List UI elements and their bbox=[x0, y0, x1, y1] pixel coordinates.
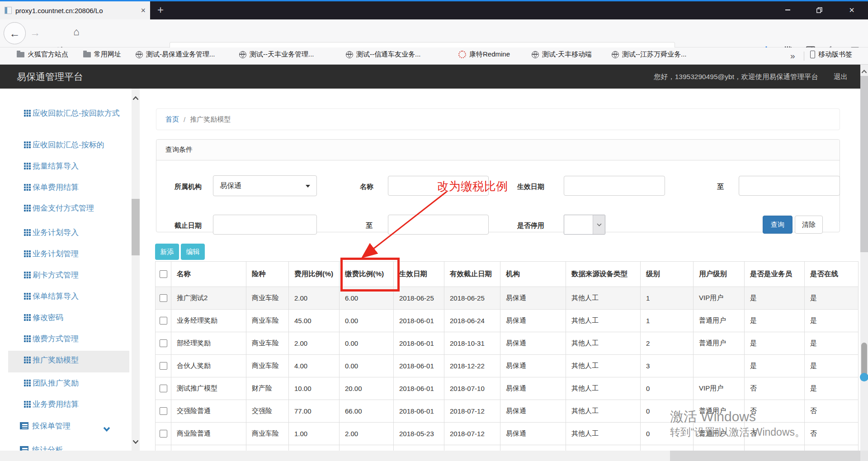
sidebar-scroll-up-icon[interactable] bbox=[132, 94, 139, 102]
sidebar-item[interactable]: 应收回款汇总-按标的 bbox=[0, 139, 132, 151]
sidebar-scroll-down-icon[interactable] bbox=[132, 437, 139, 446]
sidebar-item[interactable]: 投保单管理 bbox=[0, 420, 132, 432]
sidebar-item[interactable]: 推广奖励模型 bbox=[0, 354, 132, 366]
browser-tab[interactable]: proxy1.countnet.cn:20806/Lo × bbox=[0, 1, 150, 19]
sidebar-item[interactable]: 业务计划管理 bbox=[0, 248, 132, 260]
edit-button[interactable]: 编辑 bbox=[181, 244, 205, 260]
window-minimize-button[interactable] bbox=[773, 1, 802, 19]
sidebar-item-label: 业务费用结算 bbox=[33, 400, 79, 409]
vertical-scrollbar-thumb[interactable] bbox=[860, 76, 868, 252]
sidebar-scrollbar-track[interactable] bbox=[132, 89, 140, 451]
table-row-partial[interactable] bbox=[156, 445, 859, 451]
row-checkbox[interactable] bbox=[160, 362, 167, 370]
bookmark-item[interactable]: 康特Redmine bbox=[458, 50, 510, 59]
add-button[interactable]: 新添 bbox=[155, 244, 179, 260]
sidebar-item[interactable]: 统计分析 bbox=[0, 444, 132, 451]
new-tab-button[interactable]: + bbox=[157, 4, 164, 16]
table-cell: 2018-10-31 bbox=[444, 332, 500, 355]
bookmarks-overflow-chevron[interactable]: » bbox=[790, 51, 795, 61]
bookmark-item[interactable]: 火狐官方站点 bbox=[17, 50, 68, 59]
search-button[interactable]: 查询 bbox=[763, 216, 793, 234]
table-cell bbox=[566, 445, 641, 451]
sidebar-item[interactable]: 刷卡方式管理 bbox=[0, 269, 132, 281]
table-row[interactable]: 交强险普通交强险77.0066.002018-06-012018-07-12易保… bbox=[156, 400, 859, 423]
table-row[interactable]: 部经理奖励商业车险2.000.002018-06-012018-10-31易保通… bbox=[156, 332, 859, 355]
table-row[interactable]: 合伙人奖励商业车险4.000.002018-06-012018-12-22易保通… bbox=[156, 355, 859, 377]
breadcrumb-current: 推广奖励模型 bbox=[190, 115, 231, 124]
horizontal-scrollbar-thumb[interactable] bbox=[0, 451, 670, 461]
bookmark-item[interactable]: 常用网址 bbox=[83, 50, 121, 59]
bookmark-item[interactable]: 测试--天丰业务管理... bbox=[239, 50, 314, 59]
deadline-label: 截止日期 bbox=[175, 221, 202, 230]
bookmark-item[interactable]: 测试-易保通业务管理... bbox=[136, 50, 215, 59]
tab-close-icon[interactable]: × bbox=[141, 6, 146, 14]
row-checkbox[interactable] bbox=[160, 339, 167, 347]
bookmark-label: 移动版书签 bbox=[818, 50, 852, 59]
scroll-up-icon[interactable] bbox=[861, 67, 867, 75]
globe-icon bbox=[612, 51, 619, 58]
select-all-checkbox[interactable] bbox=[160, 270, 167, 278]
table-cell: 其他人工 bbox=[566, 423, 641, 445]
effective-date-label: 生效日期 bbox=[517, 183, 544, 191]
table-row[interactable]: 测试推广模型财产险10.0020.002018-06-012018-07-10易… bbox=[156, 377, 859, 400]
sidebar-item[interactable]: 业务计划导入 bbox=[0, 227, 132, 239]
table-row[interactable]: 商业险普通商业车险1.002.002018-05-232018-07-12易保通… bbox=[156, 423, 859, 445]
disabled-select[interactable] bbox=[564, 215, 605, 235]
home-button[interactable]: ⌂ bbox=[73, 26, 80, 38]
table-cell bbox=[641, 445, 693, 451]
table-cell: 3 bbox=[641, 355, 693, 377]
effective-date-to-input[interactable] bbox=[739, 176, 840, 196]
bookmark-item[interactable]: 测试--江苏万舜业务... bbox=[612, 50, 687, 59]
data-table: 名称险种费用比例(%)缴费比例(%)生效日期有效截止日期机构数据来源设备类型级别… bbox=[155, 261, 859, 451]
phone-icon bbox=[810, 51, 815, 58]
table-row[interactable]: 推广测试2商业车险2.006.002018-06-252018-06-25易保通… bbox=[156, 287, 859, 310]
effective-date-input[interactable] bbox=[564, 176, 665, 196]
sidebar-item-label: 业务计划导入 bbox=[33, 228, 79, 237]
mobile-bookmarks-item[interactable]: 移动版书签 bbox=[810, 50, 852, 59]
window-close-button[interactable]: × bbox=[837, 1, 866, 19]
window-restore-button[interactable] bbox=[805, 1, 834, 19]
deadline-input[interactable] bbox=[213, 215, 317, 235]
table-cell: 1 bbox=[641, 310, 693, 332]
row-checkbox[interactable] bbox=[160, 385, 167, 392]
bookmark-label: 测试-天丰移动端 bbox=[542, 50, 592, 59]
sidebar-item[interactable]: 批量结算导入 bbox=[0, 160, 132, 172]
table-cell: 2018-05-23 bbox=[394, 423, 444, 445]
org-select[interactable]: 易保通 bbox=[213, 175, 317, 196]
clear-button[interactable]: 清除 bbox=[795, 216, 823, 234]
sidebar-item[interactable]: 应收回款汇总-按回款方式 bbox=[0, 108, 127, 119]
table-cell: 易保通 bbox=[500, 310, 566, 332]
grid-icon bbox=[24, 379, 31, 386]
bookmark-item[interactable]: 测试-天丰移动端 bbox=[532, 50, 592, 59]
row-checkbox[interactable] bbox=[160, 430, 167, 437]
forward-button[interactable]: → bbox=[30, 27, 40, 39]
sidebar-item[interactable]: 缴费方式管理 bbox=[0, 333, 132, 345]
bookmark-item[interactable]: 测试--信通车友业务... bbox=[346, 50, 421, 59]
table-cell bbox=[394, 445, 444, 451]
sidebar-scrollbar-thumb[interactable] bbox=[132, 199, 140, 255]
back-button[interactable]: ← bbox=[4, 22, 26, 44]
sidebar-item[interactable]: 修改密码 bbox=[0, 312, 132, 324]
table-cell: 2018-06-01 bbox=[394, 377, 444, 400]
data-table-wrapper: 名称险种费用比例(%)缴费比例(%)生效日期有效截止日期机构数据来源设备类型级别… bbox=[155, 261, 859, 451]
sidebar-item-label: 业务计划管理 bbox=[33, 249, 79, 258]
row-checkbox[interactable] bbox=[160, 317, 167, 325]
vertical-scrollbar-track[interactable] bbox=[860, 65, 868, 451]
table-row[interactable]: 业务经理奖励商业车险45.000.002018-06-012018-06-24易… bbox=[156, 310, 859, 332]
column-header: 名称 bbox=[171, 262, 246, 287]
sidebar-item[interactable]: 保单结算导入 bbox=[0, 291, 132, 302]
breadcrumb-home-link[interactable]: 首页 bbox=[165, 115, 179, 124]
sidebar-item[interactable]: 保单费用结算 bbox=[0, 182, 132, 193]
chevron-down-icon bbox=[306, 185, 310, 188]
sidebar-item[interactable]: 业务费用结算 bbox=[0, 399, 132, 410]
row-checkbox[interactable] bbox=[160, 407, 167, 415]
grid-icon bbox=[24, 162, 31, 169]
sidebar-item-label: 刷卡方式管理 bbox=[33, 271, 79, 279]
horizontal-scrollbar-track[interactable] bbox=[0, 451, 860, 461]
sidebar-item[interactable]: 佣金支付方式管理 bbox=[0, 202, 132, 214]
sidebar-item[interactable]: 团队推广奖励 bbox=[0, 377, 132, 389]
deadline-to-input[interactable] bbox=[388, 215, 489, 235]
logout-link[interactable]: 退出 bbox=[834, 72, 848, 82]
row-checkbox[interactable] bbox=[160, 294, 167, 302]
table-cell: 合伙人奖励 bbox=[171, 355, 246, 377]
